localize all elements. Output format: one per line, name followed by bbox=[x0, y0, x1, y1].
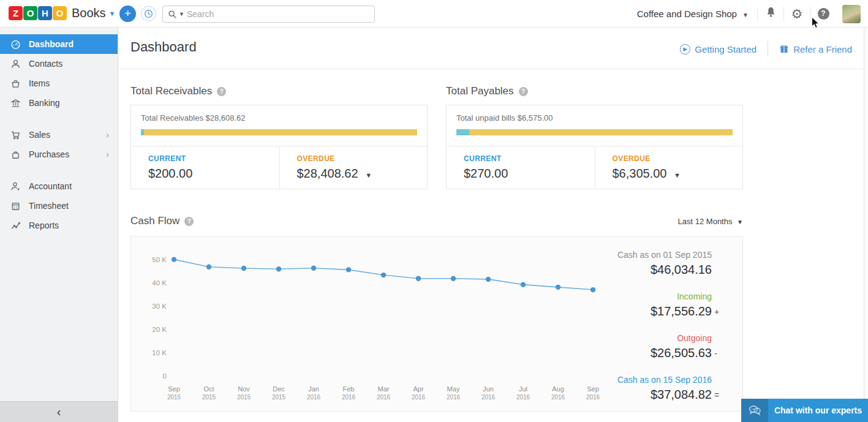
incoming-group: Incoming $17,556.29 + bbox=[594, 292, 723, 318]
payables-title: Total Payables bbox=[446, 85, 514, 97]
svg-text:Apr: Apr bbox=[413, 385, 423, 393]
sidebar-item-label: Items bbox=[29, 78, 50, 88]
quick-create-button[interactable]: + bbox=[119, 6, 136, 22]
payables-summary: Total unpaid bills $6,575.00 bbox=[456, 113, 733, 122]
sidebar-item-label: Timesheet bbox=[29, 201, 69, 211]
sidebar-item-purchases[interactable]: Purchases › bbox=[0, 145, 118, 164]
sidebar-item-label: Reports bbox=[29, 220, 59, 230]
org-switcher[interactable]: Coffee and Design Shop ▼ bbox=[628, 9, 757, 19]
chevron-down-icon: ▼ bbox=[737, 219, 743, 225]
sidebar-item-timesheet[interactable]: Timesheet bbox=[0, 196, 118, 216]
chevron-down-icon[interactable]: ▼ bbox=[109, 10, 116, 17]
svg-text:Feb: Feb bbox=[343, 385, 355, 393]
items-basket-icon bbox=[10, 78, 21, 89]
svg-text:Mar: Mar bbox=[378, 385, 390, 393]
contacts-person-icon bbox=[10, 58, 21, 69]
sidebar-collapse-button[interactable]: ‹ bbox=[0, 401, 118, 422]
svg-text:Dec: Dec bbox=[273, 385, 285, 393]
settings-button[interactable]: ⚙ bbox=[784, 7, 810, 21]
cash-end-label[interactable]: Cash as on 15 Sep 2016 bbox=[594, 375, 712, 385]
svg-text:2016: 2016 bbox=[551, 394, 565, 401]
help-icon[interactable]: ? bbox=[519, 87, 528, 96]
cashflow-chart-card: 010 K20 K30 K40 K50 KSep2015Oct2015Nov20… bbox=[130, 236, 743, 412]
incoming-value: $17,556.29 bbox=[594, 304, 712, 318]
sidebar-item-label: Contacts bbox=[29, 59, 62, 69]
cashflow-range-dropdown[interactable]: Last 12 Months ▼ bbox=[678, 217, 743, 226]
cash-start-group: Cash as on 01 Sep 2015 $46,034.16 bbox=[594, 250, 723, 277]
cashflow-summary-panel: Cash as on 01 Sep 2015 $46,034.16 Incomi… bbox=[594, 250, 723, 416]
total-payables-section: Total Payables ? Total unpaid bills $6,5… bbox=[446, 85, 743, 189]
sidebar-item-accountant[interactable]: Accountant bbox=[0, 176, 118, 196]
getting-started-label: Getting Started bbox=[695, 44, 757, 55]
sidebar-item-label: Banking bbox=[29, 98, 60, 108]
svg-text:2015: 2015 bbox=[272, 394, 286, 401]
vertical-scrollbar[interactable] bbox=[864, 28, 868, 422]
payables-overdue-value[interactable]: $6,305.00 ▼ bbox=[613, 167, 743, 181]
sidebar-item-label: Purchases bbox=[29, 149, 69, 159]
receivables-overdue-value[interactable]: $28,408.62 ▼ bbox=[297, 167, 428, 181]
svg-text:Oct: Oct bbox=[203, 385, 214, 393]
svg-text:2016: 2016 bbox=[412, 394, 426, 401]
range-label: Last 12 Months bbox=[678, 217, 733, 226]
sidebar-item-banking[interactable]: Banking bbox=[0, 93, 118, 113]
svg-text:Aug: Aug bbox=[552, 385, 564, 393]
help-icon[interactable]: ? bbox=[217, 87, 226, 96]
sidebar-item-reports[interactable]: Reports bbox=[0, 216, 118, 235]
svg-text:30 K: 30 K bbox=[152, 303, 167, 310]
chevron-left-icon: ‹ bbox=[57, 405, 61, 418]
payables-card: Total unpaid bills $6,575.00 CURRENT $27… bbox=[446, 105, 743, 189]
sidebar-item-dashboard[interactable]: Dashboard bbox=[0, 34, 118, 54]
notifications-button[interactable] bbox=[758, 6, 783, 21]
amount: $28,408.62 bbox=[297, 167, 358, 180]
plus-sign: + bbox=[714, 307, 723, 317]
svg-text:Sep: Sep bbox=[168, 385, 180, 393]
sidebar-item-sales[interactable]: Sales › bbox=[0, 125, 118, 145]
logo-tile-z: Z bbox=[9, 6, 23, 20]
svg-text:Jan: Jan bbox=[308, 385, 319, 393]
payables-current-segment bbox=[456, 129, 469, 135]
recent-activities-button[interactable] bbox=[141, 6, 156, 21]
search-scope-caret-icon[interactable]: ▼ bbox=[179, 11, 184, 17]
sidebar-item-contacts[interactable]: Contacts bbox=[0, 54, 118, 73]
zoho-books-logo[interactable]: Z O H O Books ▼ bbox=[9, 6, 115, 20]
overdue-label: OVERDUE bbox=[297, 154, 428, 163]
receivables-current-segment bbox=[141, 129, 144, 135]
sidebar-item-label: Accountant bbox=[29, 181, 72, 191]
cashflow-header: Cash Flow ? Last 12 Months ▼ bbox=[130, 215, 743, 227]
chat-bubbles-icon bbox=[741, 399, 768, 422]
bell-icon bbox=[765, 6, 777, 18]
minus-sign: - bbox=[714, 349, 723, 358]
svg-text:Nov: Nov bbox=[238, 385, 250, 393]
user-avatar[interactable] bbox=[842, 5, 861, 23]
cashflow-line-chart: 010 K20 K30 K40 K50 KSep2015Oct2015Nov20… bbox=[142, 246, 617, 412]
search-input[interactable] bbox=[187, 9, 369, 19]
global-search[interactable]: ▼ bbox=[162, 6, 375, 23]
getting-started-link[interactable]: ▶ Getting Started bbox=[680, 44, 757, 55]
mouse-cursor bbox=[810, 17, 820, 29]
banking-bank-icon bbox=[10, 97, 21, 108]
equals-sign: = bbox=[714, 390, 723, 400]
logo-tile-o1: O bbox=[23, 6, 37, 20]
product-name: Books bbox=[72, 6, 106, 20]
svg-text:2016: 2016 bbox=[516, 394, 530, 401]
sidebar-item-items[interactable]: Items bbox=[0, 73, 118, 93]
topbar: Z O H O Books ▼ + ▼ Coffee and Design Sh… bbox=[0, 0, 868, 28]
amount: $6,305.00 bbox=[613, 167, 667, 180]
svg-text:2016: 2016 bbox=[342, 394, 356, 401]
divider bbox=[768, 41, 768, 57]
svg-text:2015: 2015 bbox=[202, 394, 216, 401]
refer-a-friend-link[interactable]: Refer a Friend bbox=[779, 44, 852, 55]
chevron-right-icon: › bbox=[106, 130, 109, 140]
refer-a-friend-label: Refer a Friend bbox=[793, 44, 852, 55]
payables-overdue-cell: OVERDUE $6,305.00 ▼ bbox=[595, 146, 743, 189]
svg-text:40 K: 40 K bbox=[152, 279, 167, 287]
overdue-label: OVERDUE bbox=[613, 154, 743, 163]
chat-widget[interactable]: Chat with our experts bbox=[741, 399, 868, 422]
svg-text:2016: 2016 bbox=[447, 394, 461, 401]
outgoing-value: $26,505.63 bbox=[594, 346, 712, 360]
gift-icon bbox=[779, 44, 789, 54]
svg-text:50 K: 50 K bbox=[152, 256, 167, 263]
chevron-down-icon: ▼ bbox=[365, 171, 372, 179]
help-icon[interactable]: ? bbox=[184, 217, 194, 226]
payables-current-value: $270.00 bbox=[464, 167, 595, 181]
